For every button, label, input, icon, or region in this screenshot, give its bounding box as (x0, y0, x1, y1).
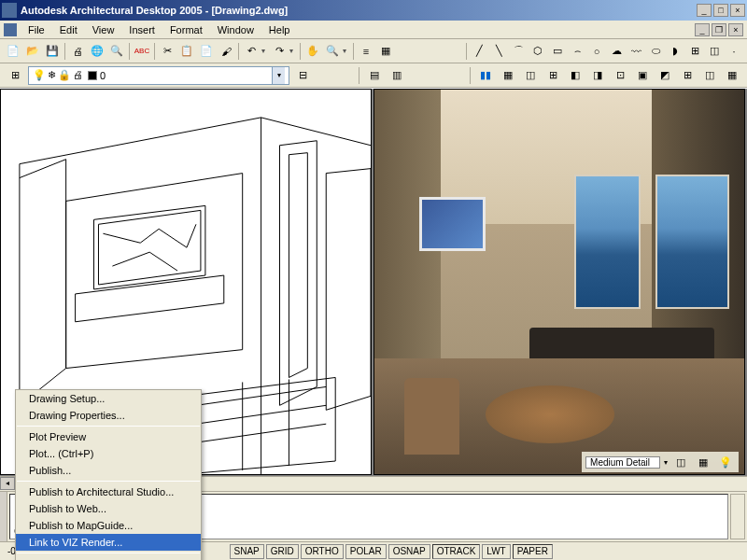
polygon-tool[interactable]: ⬡ (529, 42, 547, 61)
layer-toolbar: ⊞ 💡❄🔒🖨 0 ▾ ⊟ ▤ ▥ ▮▮ ▦ ◫ ⊞ ◧ ◨ ⊡ ▣ ◩ ⊞ ◫ … (0, 63, 747, 88)
rendered-scene (374, 90, 744, 474)
snap-toggle[interactable]: SNAP (230, 544, 264, 559)
command-grip[interactable] (0, 492, 7, 541)
aec-tool-4[interactable]: ⊞ (543, 66, 562, 85)
layer-manager-button[interactable]: ⊞ (6, 66, 24, 85)
aec-tool-8[interactable]: ▣ (633, 66, 652, 85)
redo-button[interactable]: ↷ (270, 42, 289, 61)
rectangle-tool[interactable]: ▭ (548, 42, 567, 61)
arc-tool[interactable]: ⌢ (568, 42, 586, 61)
workspace: Medium Detail ▾ ◫ ▦ 💡 Drawing Setup... D… (0, 88, 747, 476)
ctx-publish-studio[interactable]: Publish to Architectural Studio... (16, 483, 201, 500)
layer-combo[interactable]: 💡❄🔒🖨 0 ▾ (28, 66, 289, 85)
make-block-tool[interactable]: ◫ (705, 42, 724, 61)
grid-toggle[interactable]: GRID (266, 544, 299, 559)
window-title: Autodesk Architectural Desktop 2005 - [D… (21, 5, 697, 16)
viewport-btn-1[interactable]: ◫ (671, 453, 690, 471)
insert-block-tool[interactable]: ⊞ (685, 42, 704, 61)
layer-color-swatch (88, 71, 97, 80)
ctx-plot[interactable]: Plot... (Ctrl+P) (16, 445, 201, 462)
revcloud-tool[interactable]: ☁ (607, 42, 626, 61)
ctx-publish[interactable]: Publish... (16, 462, 201, 479)
minimize-button[interactable]: _ (697, 4, 712, 17)
aec-tool-1[interactable]: ▮▮ (476, 66, 495, 85)
copy-button[interactable]: 📋 (177, 42, 196, 61)
layer-dropdown-arrow-icon[interactable]: ▾ (272, 67, 285, 84)
designcenter-button[interactable]: ▦ (376, 42, 395, 61)
menu-format[interactable]: Format (162, 22, 210, 37)
aec-tool-10[interactable]: ⊞ (678, 66, 697, 85)
line-tool[interactable]: ╱ (470, 42, 488, 61)
layer-states-button[interactable]: ▤ (365, 66, 384, 85)
lwt-toggle[interactable]: LWT (482, 544, 510, 559)
mdi-doc-icon[interactable] (4, 23, 17, 36)
pan-button[interactable]: ✋ (303, 42, 322, 61)
publish-button[interactable]: 🌐 (88, 42, 106, 61)
menu-insert[interactable]: Insert (121, 22, 162, 37)
osnap-toggle[interactable]: OSNAP (388, 544, 430, 559)
aec-tool-7[interactable]: ⊡ (611, 66, 629, 85)
spellcheck-button[interactable]: ABC (133, 42, 151, 61)
print-button[interactable]: 🖨 (68, 42, 87, 61)
save-button[interactable]: 💾 (43, 42, 62, 61)
close-button[interactable]: × (730, 4, 745, 17)
open-button[interactable]: 📂 (23, 42, 42, 61)
chevron-down-icon[interactable]: ▾ (664, 458, 668, 467)
layer-iso-button[interactable]: ▥ (388, 66, 406, 85)
plot-preview-button[interactable]: 🔍 (107, 42, 126, 61)
viewport-rendered[interactable]: Medium Detail ▾ ◫ ▦ 💡 (374, 89, 745, 475)
menu-help[interactable]: Help (261, 22, 298, 37)
mdi-close-button[interactable]: × (728, 23, 743, 36)
menu-file[interactable]: File (21, 22, 52, 37)
spline-tool[interactable]: 〰 (627, 42, 645, 61)
ellipse-arc-tool[interactable]: ◗ (666, 42, 684, 61)
aec-tool-6[interactable]: ◨ (588, 66, 607, 85)
new-button[interactable]: 📄 (4, 42, 22, 61)
detail-level-combo[interactable]: Medium Detail (585, 456, 660, 469)
menu-window[interactable]: Window (210, 22, 261, 37)
zoom-button[interactable]: 🔍 (323, 42, 342, 61)
circle-tool[interactable]: ○ (587, 42, 606, 61)
paste-button[interactable]: 📄 (197, 42, 216, 61)
otrack-toggle[interactable]: OTRACK (432, 544, 481, 559)
aec-tool-11[interactable]: ◫ (700, 66, 719, 85)
ctx-etransmit[interactable]: eTransmit... (16, 555, 201, 560)
paper-toggle[interactable]: PAPER (513, 544, 553, 559)
ctx-plot-preview[interactable]: Plot Preview (16, 428, 201, 445)
titlebar: Autodesk Architectural Desktop 2005 - [D… (0, 0, 747, 21)
polyline-tool[interactable]: ⌒ (509, 42, 528, 61)
app-icon (2, 3, 17, 18)
aec-tool-3[interactable]: ◫ (521, 66, 540, 85)
menubar: File Edit View Insert Format Window Help… (0, 21, 747, 39)
viewport-controls: Medium Detail ▾ ◫ ▦ 💡 (582, 452, 739, 472)
xline-tool[interactable]: ╲ (489, 42, 508, 61)
menu-view[interactable]: View (85, 22, 122, 37)
ellipse-tool[interactable]: ⬭ (646, 42, 665, 61)
ctx-drawing-properties[interactable]: Drawing Properties... (16, 407, 201, 424)
aec-tool-2[interactable]: ▦ (499, 66, 517, 85)
ctx-publish-web[interactable]: Publish to Web... (16, 500, 201, 517)
ctx-link-viz-render[interactable]: Link to VIZ Render... (16, 534, 201, 551)
mdi-minimize-button[interactable]: _ (695, 23, 710, 36)
polar-toggle[interactable]: POLAR (345, 544, 387, 559)
viewport-btn-2[interactable]: ▦ (694, 453, 712, 471)
point-tool[interactable]: · (725, 42, 743, 61)
properties-button[interactable]: ≡ (357, 42, 375, 61)
file-context-menu: Drawing Setup... Drawing Properties... P… (15, 389, 202, 560)
ctx-drawing-setup[interactable]: Drawing Setup... (16, 390, 201, 407)
match-button[interactable]: 🖌 (217, 42, 235, 61)
ortho-toggle[interactable]: ORTHO (301, 544, 344, 559)
viewport-btn-3[interactable]: 💡 (716, 453, 735, 471)
scroll-left-icon[interactable]: ◂ (0, 477, 15, 490)
maximize-button[interactable]: □ (713, 4, 728, 17)
mdi-restore-button[interactable]: ❐ (712, 23, 726, 36)
menu-edit[interactable]: Edit (52, 22, 85, 37)
aec-tool-9[interactable]: ◩ (655, 66, 674, 85)
cut-button[interactable]: ✂ (158, 42, 176, 61)
command-scrollbar[interactable] (730, 494, 745, 539)
aec-tool-12[interactable]: ▦ (723, 66, 741, 85)
layer-previous-button[interactable]: ⊟ (293, 66, 312, 85)
undo-button[interactable]: ↶ (242, 42, 261, 61)
ctx-publish-mapguide[interactable]: Publish to MapGuide... (16, 517, 201, 534)
aec-tool-5[interactable]: ◧ (566, 66, 585, 85)
